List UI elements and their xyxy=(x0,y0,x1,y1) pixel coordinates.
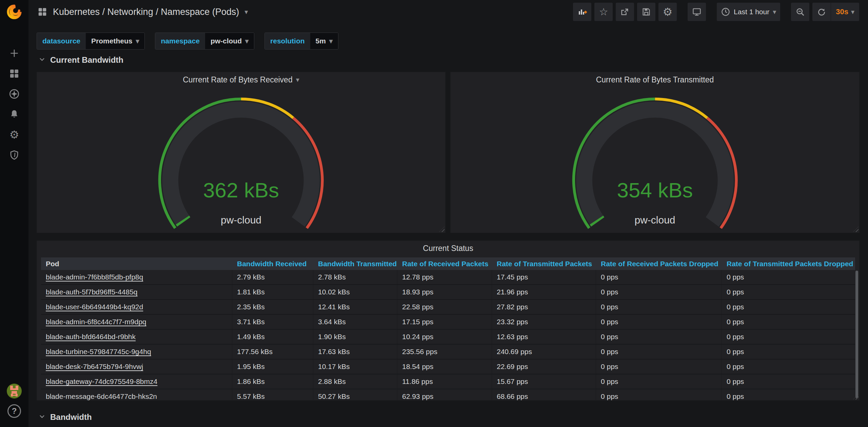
cell-bandwidth-received: 2.79 kBs xyxy=(232,270,313,284)
row-title: Bandwidth xyxy=(50,412,92,422)
variable-resolution-label: resolution xyxy=(265,33,310,49)
gauge-value: 354 kBs xyxy=(451,178,859,202)
table-row: blade-message-6dc46477cb-hks2n 5.57 kBs … xyxy=(41,389,855,400)
cell-rate-received-dropped: 0 pps xyxy=(596,360,722,374)
cell-rate-transmitted-packets: 17.45 pps xyxy=(492,270,596,284)
avatar-pixel-image xyxy=(7,384,22,399)
time-range-caret-icon: ▾ xyxy=(773,8,776,15)
cell-rate-received-packets: 10.24 pps xyxy=(397,330,492,344)
refresh-control: 30s ▾ xyxy=(812,3,859,21)
gauge-bytes-transmitted: 354 kBs pw-cloud xyxy=(451,87,859,230)
column-header-rate-transmitted-packets[interactable]: Rate of Transmitted Packets xyxy=(492,260,596,268)
save-floppy-icon xyxy=(642,7,651,17)
cell-bandwidth-transmitted: 2.88 kBs xyxy=(313,374,397,389)
cell-rate-transmitted-dropped: 0 pps xyxy=(722,345,855,359)
time-range-picker[interactable]: Last 1 hour ▾ xyxy=(717,3,780,21)
cell-rate-received-dropped: 0 pps xyxy=(596,389,722,400)
panel-menu-current-status[interactable]: Current Status xyxy=(37,241,859,256)
chevron-down-icon: ▾ xyxy=(329,38,333,44)
template-variables: datasource Prometheus ▾ namespace pw-clo… xyxy=(37,33,338,50)
column-header-rate-received-packets[interactable]: Rate of Received Packets xyxy=(397,260,492,268)
cell-rate-transmitted-dropped: 0 pps xyxy=(722,389,855,400)
gauge-value: 362 kBs xyxy=(37,178,445,202)
refresh-now-button[interactable] xyxy=(812,3,831,21)
variable-datasource-dropdown[interactable]: Prometheus ▾ xyxy=(86,33,144,49)
pod-link[interactable]: blade-admin-6f8c44c7f7-m9dpq xyxy=(46,318,146,326)
row-title: Current Bandwidth xyxy=(50,55,123,65)
cycle-view-mode-button[interactable] xyxy=(688,3,706,21)
cell-rate-transmitted-packets: 15.67 pps xyxy=(492,374,596,389)
dashboard-settings-button[interactable]: ⚙ xyxy=(658,3,677,21)
tv-monitor-icon xyxy=(692,7,702,17)
table-row: blade-admin-7f6bb8f5db-pfp8q 2.79 kBs 2.… xyxy=(41,270,855,285)
column-header-rate-transmitted-dropped[interactable]: Rate of Transmitted Packets Dropped xyxy=(722,260,855,268)
refresh-icon xyxy=(817,7,826,16)
variable-datasource-value: Prometheus xyxy=(91,37,132,45)
pod-link[interactable]: blade-auth-5f7bd96ff5-4485q xyxy=(46,288,138,296)
title-caret-icon: ▾ xyxy=(244,8,248,15)
cell-rate-received-dropped: 0 pps xyxy=(596,270,722,284)
pod-link[interactable]: blade-turbine-579847745c-9g4hq xyxy=(46,348,151,356)
share-icon xyxy=(620,7,630,17)
cell-rate-transmitted-dropped: 0 pps xyxy=(722,270,855,284)
column-header-pod[interactable]: Pod xyxy=(41,260,232,268)
panel-bytes-received: Current Rate of Bytes Received ▾ 362 kBs… xyxy=(37,72,446,233)
variable-resolution-dropdown[interactable]: 5m ▾ xyxy=(310,33,338,49)
zoom-out-time-button[interactable] xyxy=(791,3,809,21)
panel-menu-bytes-transmitted[interactable]: Current Rate of Bytes Transmitted xyxy=(451,72,859,87)
help-button[interactable]: ? xyxy=(7,404,21,418)
chevron-down-icon: ▾ xyxy=(136,38,139,44)
cell-rate-transmitted-packets: 12.63 pps xyxy=(492,330,596,344)
row-toggle-bandwidth[interactable]: Bandwidth xyxy=(38,412,92,422)
table-row: blade-turbine-579847745c-9g4hq 177.56 kB… xyxy=(41,345,855,360)
grafana-logo[interactable] xyxy=(0,0,28,24)
table-row: blade-desk-7b6475b794-9hvwj 1.95 kBs 10.… xyxy=(41,360,855,374)
table-scrollbar-thumb[interactable] xyxy=(855,271,858,398)
row-toggle-current-bandwidth[interactable]: Current Bandwidth xyxy=(38,55,123,65)
add-panel-button[interactable] xyxy=(573,3,591,21)
gauge-arc xyxy=(537,87,773,230)
pod-link[interactable]: blade-gateway-74dc975549-8bmz4 xyxy=(46,377,157,386)
sidebar-item-dashboards-icon[interactable] xyxy=(8,68,20,79)
share-dashboard-button[interactable] xyxy=(616,3,634,21)
variable-namespace-dropdown[interactable]: pw-cloud ▾ xyxy=(205,33,254,49)
cell-rate-received-packets: 62.93 pps xyxy=(397,389,492,400)
cell-bandwidth-received: 1.86 kBs xyxy=(232,374,313,389)
table-row: blade-admin-6f8c44c7f7-m9dpq 3.71 kBs 3.… xyxy=(41,315,855,330)
pod-link[interactable]: blade-auth-bfd6464bd-r9bhk xyxy=(46,333,136,341)
column-header-rate-received-dropped[interactable]: Rate of Received Packets Dropped xyxy=(596,260,722,268)
table-header-row: Pod Bandwidth Received Bandwidth Transmi… xyxy=(41,257,855,270)
cell-bandwidth-received: 1.95 kBs xyxy=(232,360,313,374)
pod-link[interactable]: blade-message-6dc46477cb-hks2n xyxy=(46,392,157,400)
cell-bandwidth-transmitted: 10.17 kBs xyxy=(313,360,397,374)
cell-rate-received-packets: 18.54 pps xyxy=(397,360,492,374)
column-header-bandwidth-received[interactable]: Bandwidth Received xyxy=(232,260,313,268)
sidebar-item-alerting-bell-icon[interactable] xyxy=(8,109,20,120)
cell-rate-received-packets: 12.78 pps xyxy=(397,270,492,284)
variable-namespace: namespace pw-cloud ▾ xyxy=(155,33,254,50)
sidebar-item-configuration-gear-icon[interactable]: ⚙ xyxy=(8,129,20,140)
user-avatar[interactable] xyxy=(7,384,22,399)
sidebar-item-admin-shield-icon[interactable] xyxy=(8,149,20,161)
panel-menu-bytes-received[interactable]: Current Rate of Bytes Received ▾ xyxy=(37,72,445,87)
cell-rate-transmitted-dropped: 0 pps xyxy=(722,300,855,314)
sidebar-item-explore-compass-icon[interactable] xyxy=(8,88,20,100)
table-body: blade-admin-7f6bb8f5db-pfp8q 2.79 kBs 2.… xyxy=(41,270,855,400)
column-header-bandwidth-transmitted[interactable]: Bandwidth Transmitted xyxy=(313,260,397,268)
gauge-bytes-received: 362 kBs pw-cloud xyxy=(37,87,445,230)
pod-link[interactable]: blade-desk-7b6475b794-9hvwj xyxy=(46,363,143,371)
pod-link[interactable]: blade-user-6b649449b4-kq92d xyxy=(46,303,143,311)
cell-rate-received-packets: 11.86 pps xyxy=(397,374,492,389)
sidebar-item-create-plus-icon[interactable] xyxy=(8,47,20,59)
panel-title: Current Rate of Bytes Transmitted xyxy=(596,75,714,84)
star-icon: ☆ xyxy=(599,7,608,17)
chevron-down-icon: ▾ xyxy=(245,38,249,44)
star-dashboard-button[interactable]: ☆ xyxy=(594,3,613,21)
pod-link[interactable]: blade-admin-7f6bb8f5db-pfp8q xyxy=(46,273,143,281)
dashboard-grid-icon xyxy=(37,7,47,17)
cell-rate-transmitted-dropped: 0 pps xyxy=(722,315,855,329)
save-dashboard-button[interactable] xyxy=(637,3,655,21)
cell-bandwidth-received: 1.81 kBs xyxy=(232,285,313,299)
dashboard-title-button[interactable]: Kubernetes / Networking / Namespace (Pod… xyxy=(37,7,248,17)
refresh-interval-dropdown[interactable]: 30s ▾ xyxy=(831,3,859,21)
